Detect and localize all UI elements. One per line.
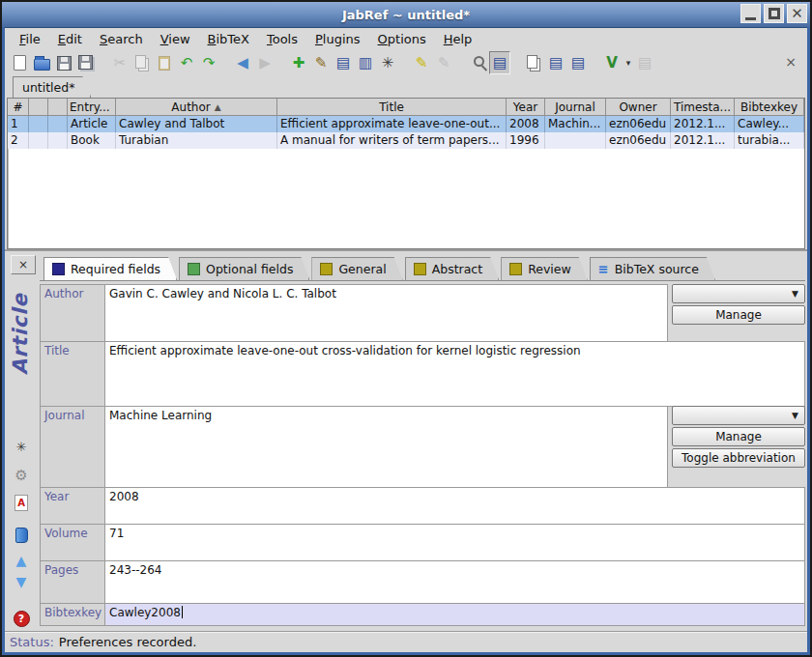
search-icon[interactable] xyxy=(467,52,488,73)
titlebar[interactable]: JabRef ~ untitled* ✕ xyxy=(2,2,810,27)
cell-icon2[interactable] xyxy=(48,116,68,132)
help-icon[interactable]: ? xyxy=(11,608,32,629)
toggle-entry-preview-icon[interactable]: ▤ xyxy=(489,52,510,73)
open-database-icon[interactable] xyxy=(31,52,52,73)
tab-bibtex-source[interactable]: ≡ BibTeX source xyxy=(590,257,715,280)
push-to-lyx-icon[interactable]: V xyxy=(601,52,623,73)
generate-bibtexkey-wand-icon[interactable]: ✳ xyxy=(11,436,32,457)
cell-entrytype[interactable]: Article xyxy=(68,116,116,132)
pdf-file-icon[interactable]: A xyxy=(11,492,32,513)
pages-input[interactable]: 243--264 xyxy=(104,560,805,604)
cell-timestamp[interactable]: 2012.1... xyxy=(671,132,735,149)
push-to-editor-icon[interactable]: ▤ xyxy=(567,52,589,73)
menu-help[interactable]: Help xyxy=(435,30,481,48)
cell-journal[interactable]: Machin... xyxy=(545,116,606,132)
column-header-timestamp[interactable]: Timesta... xyxy=(671,99,735,116)
table-row-1[interactable]: 1 Article Cawley and Talbot Efficient ap… xyxy=(8,116,804,132)
table-row-2[interactable]: 2 Book Turabian A manual for writers of … xyxy=(8,132,804,149)
copy-citation-icon[interactable] xyxy=(523,52,544,73)
column-header-journal[interactable]: Journal xyxy=(545,99,606,116)
edit-entry-icon[interactable]: ✎ xyxy=(310,52,332,73)
tab-required-fields[interactable]: Required fields xyxy=(44,257,177,280)
maximize-button[interactable] xyxy=(764,4,784,23)
menu-edit[interactable]: Edit xyxy=(49,30,91,48)
minimize-button[interactable] xyxy=(740,4,761,23)
cell-icon1[interactable] xyxy=(29,132,48,149)
cell-year[interactable]: 1996 xyxy=(507,132,545,149)
cell-title[interactable]: Efficient approximate leave-one-out... xyxy=(277,116,507,132)
column-header-icon1[interactable] xyxy=(29,99,48,116)
new-database-icon[interactable] xyxy=(9,52,30,73)
author-manage-button[interactable]: Manage xyxy=(672,305,805,325)
tab-optional-fields[interactable]: Optional fields xyxy=(179,257,309,280)
year-input[interactable]: 2008 xyxy=(104,487,805,525)
close-button[interactable]: ✕ xyxy=(787,4,807,23)
title-input[interactable]: Efficient approximate leave-one-out cros… xyxy=(104,341,805,407)
back-icon[interactable]: ◀ xyxy=(232,52,253,73)
cell-owner[interactable]: ezn06edu xyxy=(606,132,671,149)
cell-owner[interactable]: ezn06edu xyxy=(606,116,671,132)
menu-file[interactable]: File xyxy=(11,30,49,48)
journal-input[interactable]: Machine Learning xyxy=(104,406,668,488)
unmark-entries-icon[interactable]: ✎ xyxy=(433,52,454,73)
cell-bibtexkey[interactable]: Cawley... xyxy=(735,116,804,132)
copy-icon[interactable] xyxy=(131,52,153,73)
menu-search[interactable]: Search xyxy=(91,30,152,48)
cell-icon2[interactable] xyxy=(48,132,68,149)
cell-journal[interactable] xyxy=(545,132,606,149)
cell-entrytype[interactable]: Book xyxy=(68,132,116,149)
column-header-number[interactable]: # xyxy=(8,99,29,116)
tab-review[interactable]: Review xyxy=(501,257,588,280)
menu-plugins[interactable]: Plugins xyxy=(306,30,369,48)
new-entry-wizard-icon[interactable]: ✳ xyxy=(377,52,398,73)
push-to-application-icon[interactable]: ▤ xyxy=(545,52,566,73)
cell-timestamp[interactable]: 2012.1... xyxy=(671,116,735,132)
cell-title[interactable]: A manual for writers of term papers... xyxy=(277,132,507,149)
cell-bibtexkey[interactable]: turabia... xyxy=(735,132,804,149)
volume-input[interactable]: 71 xyxy=(104,524,805,561)
cell-number[interactable]: 1 xyxy=(8,116,29,132)
redo-icon[interactable]: ↷ xyxy=(198,52,219,73)
bibtexkey-input[interactable]: Cawley2008 xyxy=(104,603,805,626)
author-input[interactable]: Gavin C. Cawley and Nicola L. C. Talbot xyxy=(104,284,668,342)
cell-number[interactable]: 2 xyxy=(8,132,29,149)
column-header-author[interactable]: Author ▲ xyxy=(116,99,277,116)
database-tab-untitled[interactable]: untitled* xyxy=(13,76,91,98)
cell-icon1[interactable] xyxy=(29,116,48,132)
paste-icon[interactable] xyxy=(154,52,175,73)
cell-year[interactable]: 2008 xyxy=(507,116,545,132)
tab-abstract[interactable]: Abstract xyxy=(405,257,499,280)
forward-icon[interactable]: ▶ xyxy=(254,52,276,73)
cell-author[interactable]: Turabian xyxy=(116,132,277,149)
edit-preamble-icon[interactable]: ▥ xyxy=(355,52,376,73)
open-book-icon[interactable] xyxy=(11,525,32,546)
save-all-databases-icon[interactable] xyxy=(75,52,97,73)
author-dropdown[interactable]: ▼ xyxy=(672,284,805,303)
column-header-bibtexkey[interactable]: Bibtexkey xyxy=(735,99,804,116)
mark-entries-icon[interactable]: ✎ xyxy=(411,52,432,73)
column-header-owner[interactable]: Owner xyxy=(606,99,671,116)
save-database-icon[interactable] xyxy=(53,52,74,73)
column-header-title[interactable]: Title xyxy=(277,99,507,116)
edit-strings-icon[interactable]: ▤ xyxy=(333,52,354,73)
column-header-icon2[interactable] xyxy=(48,99,68,116)
menu-tools[interactable]: Tools xyxy=(258,30,306,48)
cut-icon[interactable]: ✂ xyxy=(109,52,130,73)
cell-author[interactable]: Cawley and Talbot xyxy=(116,116,277,132)
autoset-gear-icon[interactable]: ⚙ xyxy=(11,465,32,486)
new-entry-icon[interactable]: ✚ xyxy=(288,52,309,73)
column-header-year[interactable]: Year xyxy=(507,99,545,116)
menu-options[interactable]: Options xyxy=(369,30,435,48)
menu-view[interactable]: View xyxy=(152,30,199,48)
undo-icon[interactable]: ↶ xyxy=(176,52,197,73)
push-menu-caret-icon[interactable]: ▾ xyxy=(624,52,633,73)
toolbar-close-icon[interactable]: × xyxy=(782,53,799,71)
column-header-entrytype[interactable]: Entry... xyxy=(68,99,116,116)
tab-general[interactable]: General xyxy=(311,257,402,280)
journal-dropdown[interactable]: ▼ xyxy=(672,406,805,425)
entry-editor-close-button[interactable]: × xyxy=(11,255,36,274)
journal-manage-button[interactable]: Manage xyxy=(672,427,805,446)
menu-bibtex[interactable]: BibTeX xyxy=(199,30,258,48)
next-entry-icon[interactable]: ▼ xyxy=(11,571,32,592)
open-file-icon[interactable]: ▤ xyxy=(634,52,655,73)
